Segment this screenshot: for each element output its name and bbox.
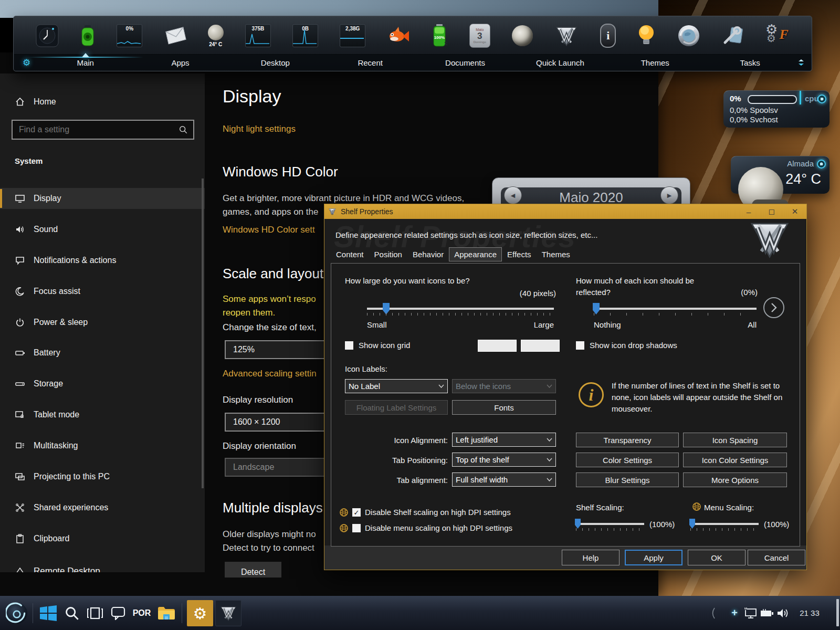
sidebar-item-storage[interactable]: Storage [0, 373, 205, 394]
battery-icon[interactable]: 100% [432, 24, 448, 48]
sidebar-item-display[interactable]: Display [0, 188, 205, 209]
winstep-app-button[interactable] [215, 600, 242, 626]
more-options-button[interactable]: More Options [683, 472, 787, 487]
fonts-button[interactable]: Fonts [452, 400, 556, 415]
info-icon[interactable]: i [600, 24, 616, 48]
dock-tab-quick-launch[interactable]: Quick Launch [512, 58, 607, 67]
sidebar-item-sound[interactable]: Sound [0, 219, 205, 240]
search-box[interactable] [12, 120, 194, 140]
next-page-button[interactable] [763, 297, 784, 318]
start-orb-button[interactable] [3, 596, 30, 630]
tab-behavior[interactable]: Behavior [407, 247, 449, 261]
shelf-scaling-thumb[interactable] [575, 519, 581, 529]
help-button[interactable]: Help [562, 550, 620, 565]
search-input[interactable] [18, 124, 178, 135]
dialog-titlebar[interactable]: Shelf Properties [324, 204, 806, 219]
sidebar-item-clipboard[interactable]: Clipboard [0, 528, 205, 549]
detect-button[interactable]: Detect [225, 562, 281, 578]
cpu-graph-icon[interactable]: 0% [117, 24, 142, 47]
gears-f-icon[interactable]: ⚙ ⚙ F [765, 24, 790, 48]
grid-width-field[interactable] [478, 340, 517, 352]
weather-widget-button[interactable] [817, 160, 826, 169]
tab-themes[interactable]: Themes [537, 247, 575, 261]
network-icon[interactable] [742, 596, 759, 630]
disk-graph-icon[interactable]: 2,38G [340, 24, 365, 47]
sidebar-item-power-sleep[interactable]: Power & sleep [0, 312, 205, 333]
search-icon[interactable] [178, 125, 188, 134]
sidebar-item-multitasking[interactable]: Multitasking [0, 435, 205, 456]
cpu-widget-button[interactable] [817, 94, 826, 103]
tab-alignment-select[interactable]: Full shelf width [452, 472, 556, 487]
clock[interactable]: 21 33 [795, 596, 824, 630]
tab-appearance[interactable]: Appearance [449, 247, 502, 261]
tab-content[interactable]: Content [331, 247, 369, 261]
menu-scaling-thumb[interactable] [689, 519, 695, 529]
dock-tab-desktop[interactable]: Desktop [228, 58, 323, 67]
dock-tab-documents[interactable]: Documents [418, 58, 513, 67]
language-indicator[interactable]: POR [130, 596, 153, 630]
tab-position[interactable]: Position [369, 247, 407, 261]
calendar-icon[interactable]: Maio 3 Domingo [469, 24, 490, 48]
weather-moon-icon[interactable]: 24° C [208, 25, 224, 47]
tab-effects[interactable]: Effects [502, 247, 537, 261]
clock-icon[interactable] [36, 24, 59, 47]
start-button[interactable] [37, 596, 60, 630]
disable-menu-scaling-checkbox[interactable] [352, 524, 361, 532]
disable-shelf-scaling-checkbox[interactable] [352, 508, 361, 517]
night-light-link[interactable]: Night light settings [223, 124, 296, 134]
sidebar-item-notifications[interactable]: Notifications & actions [0, 250, 205, 271]
sidebar-item-projecting[interactable]: Projecting to this PC [0, 466, 205, 487]
shelf-settings-gear-icon[interactable]: ⚙ [23, 57, 30, 68]
sidebar-scrollbar[interactable] [202, 178, 204, 488]
color-settings-button[interactable]: Color Settings [576, 453, 679, 467]
dock-tab-main[interactable]: Main [38, 58, 133, 67]
sidebar-item-tablet-mode[interactable]: Tablet mode [0, 404, 205, 425]
dock-tab-tasks[interactable]: Tasks [702, 58, 797, 67]
icon-labels-select[interactable]: No Label [345, 379, 448, 393]
icon-size-slider[interactable] [367, 308, 554, 310]
battery-tray-icon[interactable] [759, 596, 775, 630]
antivirus-icon[interactable] [80, 24, 95, 47]
moon-icon[interactable] [512, 25, 533, 46]
settings-app-button[interactable]: ⚙ [187, 600, 213, 626]
tools-icon[interactable] [722, 25, 744, 47]
transparency-button[interactable]: Transparency [576, 433, 679, 447]
dock-tab-themes[interactable]: Themes [607, 58, 702, 67]
sidebar-item-battery[interactable]: Battery [0, 342, 205, 363]
tab-positioning-select[interactable]: Top of the shelf [452, 453, 556, 467]
icon-spacing-button[interactable]: Icon Spacing [683, 433, 787, 447]
dock-collapse-icon[interactable] [797, 59, 805, 66]
ok-button[interactable]: OK [688, 550, 746, 565]
sidebar-item-shared-experiences[interactable]: Shared experiences [0, 497, 205, 518]
taskbar-search-button[interactable] [61, 596, 83, 630]
reflection-slider[interactable] [594, 308, 757, 310]
icon-color-settings-button[interactable]: Icon Color Settings [683, 453, 787, 467]
tray-expand-chevron[interactable] [707, 596, 719, 630]
chat-button[interactable] [107, 596, 129, 630]
show-icon-grid-checkbox[interactable] [345, 341, 353, 350]
hd-color-link[interactable]: Windows HD Color sett [223, 225, 315, 235]
sidebar-item-focus-assist[interactable]: Focus assist [0, 281, 205, 302]
mail-icon[interactable] [164, 25, 186, 46]
browser-sync-icon[interactable] [677, 24, 700, 47]
lightbulb-icon[interactable] [637, 24, 655, 48]
volume-icon[interactable] [775, 596, 792, 630]
show-desktop-button[interactable] [836, 599, 839, 626]
file-explorer-button[interactable] [154, 596, 178, 630]
dock-tab-recent[interactable]: Recent [323, 58, 418, 67]
icon-alignment-select[interactable]: Left justified [452, 433, 556, 447]
tray-plus-icon[interactable]: + [728, 596, 741, 630]
net-down-graph-icon[interactable]: 375B [245, 24, 271, 47]
shelf-scaling-slider[interactable] [576, 523, 644, 525]
net-up-graph-icon[interactable]: 0B [292, 24, 318, 47]
menu-scaling-slider[interactable] [690, 523, 759, 525]
goldfish-icon[interactable] [387, 26, 410, 46]
task-view-button[interactable] [84, 596, 106, 630]
winstep-icon[interactable] [554, 24, 579, 48]
advanced-scaling-link[interactable]: Advanced scaling settin [223, 369, 317, 379]
show-drop-shadows-checkbox[interactable] [576, 341, 584, 350]
sidebar-item-home[interactable]: Home [0, 91, 205, 112]
dock-tab-apps[interactable]: Apps [133, 58, 228, 67]
cancel-button[interactable]: Cancel [748, 550, 805, 565]
apply-button[interactable]: Apply [625, 550, 682, 565]
